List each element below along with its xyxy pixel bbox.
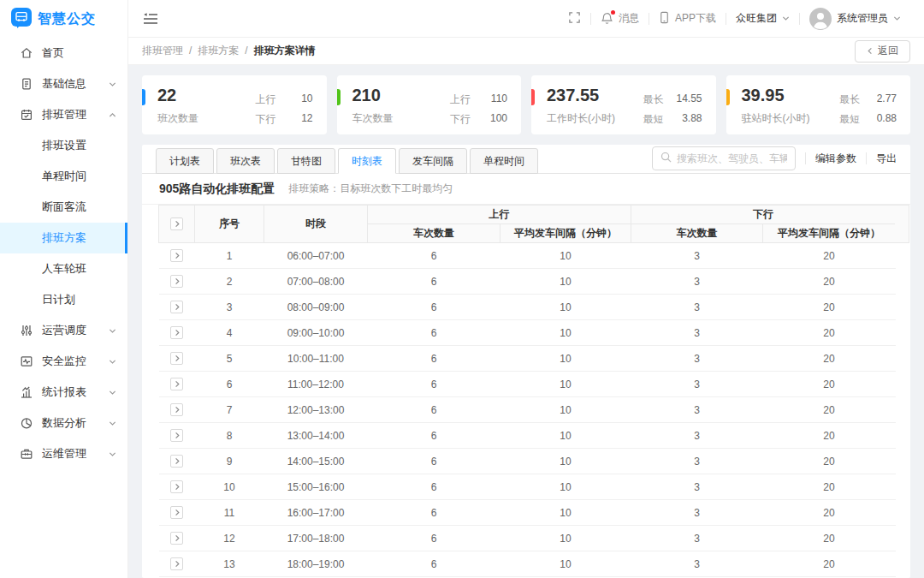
table-scrollbar-gutter[interactable] xyxy=(895,205,909,243)
chevron-down-icon xyxy=(109,80,116,88)
bar-chart-icon xyxy=(20,385,34,399)
row-expand-button[interactable] xyxy=(170,403,183,416)
stat-card-main: 22班次数量 xyxy=(157,85,198,134)
col-period: 时段 xyxy=(264,206,368,243)
cell-period: 09:00–10:00 xyxy=(264,320,368,346)
search-box[interactable] xyxy=(652,146,796,170)
main-area: 消息 APP下载 众旺集团 系统管理员 xyxy=(128,0,924,578)
cell-down-interval: 20 xyxy=(763,474,896,500)
sidebar-subitem-6[interactable]: 日计划 xyxy=(0,284,127,315)
tab-5[interactable]: 发车间隔 xyxy=(399,148,467,174)
cell-down-trips: 3 xyxy=(631,269,763,295)
sidebar-subitem-1[interactable]: 排班设置 xyxy=(0,130,127,161)
sidebar-item-8[interactable]: 运维管理 xyxy=(0,438,127,469)
sidebar-subitem-4[interactable]: 排班方案 xyxy=(0,223,127,253)
org-selector[interactable]: 众旺集团 xyxy=(726,11,799,26)
cell-down-trips: 3 xyxy=(631,346,763,372)
user-menu[interactable]: 系统管理员 xyxy=(800,8,910,30)
row-expand-button[interactable] xyxy=(170,480,183,493)
sidebar-item-6[interactable]: 统计报表 xyxy=(0,377,127,408)
edit-params-button[interactable]: 编辑参数 xyxy=(815,152,856,166)
strategy-label: 排班策略：目标班次数下工时最均匀 xyxy=(288,182,453,196)
metric-value: 12 xyxy=(289,112,313,127)
schedule-row-10: 1015:00–16:00610320 xyxy=(159,474,896,500)
row-expand-button[interactable] xyxy=(170,352,183,365)
schedule-row-13: 1318:00–19:00610320 xyxy=(159,551,896,577)
sidebar-subitem-2[interactable]: 单程时间 xyxy=(0,161,127,192)
metric-value: 3.88 xyxy=(676,112,702,127)
row-expand-button[interactable] xyxy=(170,532,183,545)
toolbar-divider xyxy=(866,152,867,164)
schedule-row-5: 510:00–11:00610320 xyxy=(159,346,896,372)
sidebar-item-2[interactable]: 基础信息 xyxy=(0,69,127,99)
cell-seq: 12 xyxy=(195,526,264,551)
row-expand-button[interactable] xyxy=(170,326,183,339)
cell-expand xyxy=(159,526,195,551)
stat-cards: 22班次数量上行10下行12210车次数量上行110下行100237.55工作时… xyxy=(142,75,910,134)
cell-period: 06:00–07:00 xyxy=(264,243,368,269)
breadcrumb-item-2[interactable]: 排班方案 xyxy=(198,45,239,57)
tab-3[interactable]: 甘特图 xyxy=(277,148,335,174)
cell-down-trips: 3 xyxy=(631,449,763,474)
sidebar-item-4[interactable]: 运营调度 xyxy=(0,315,127,346)
bell-icon xyxy=(601,12,613,25)
sidebar-item-label: 基础信息 xyxy=(42,76,86,92)
tab-6[interactable]: 单程时间 xyxy=(470,148,538,174)
stat-value: 39.95 xyxy=(742,85,810,106)
messages-button[interactable]: 消息 xyxy=(591,11,649,26)
row-expand-button[interactable] xyxy=(170,506,183,519)
stat-metrics: 最长2.77最短0.88 xyxy=(839,85,897,134)
tab-2[interactable]: 班次表 xyxy=(216,148,275,174)
fullscreen-button[interactable] xyxy=(559,11,590,27)
sidebar-item-1[interactable]: 首页 xyxy=(0,38,127,69)
row-expand-button[interactable] xyxy=(170,301,183,313)
col-seq: 序号 xyxy=(195,206,264,243)
sidebar-subitem-5[interactable]: 人车轮班 xyxy=(0,253,127,284)
schedule-row-1: 106:00–07:00610320 xyxy=(159,243,896,269)
back-button-label: 返回 xyxy=(878,44,898,58)
sidebar-subitem-3[interactable]: 断面客流 xyxy=(0,192,127,223)
fullscreen-icon xyxy=(568,11,581,27)
stat-value: 237.55 xyxy=(547,85,615,106)
sidebar-item-3[interactable]: 排班管理 xyxy=(0,99,127,130)
breadcrumb-item-1[interactable]: 排班管理 xyxy=(142,45,183,57)
row-expand-button[interactable] xyxy=(170,378,183,390)
cell-down-interval: 20 xyxy=(763,449,896,474)
app-title: 智慧公交 xyxy=(38,10,96,28)
row-expand-button[interactable] xyxy=(170,429,183,442)
cell-up-interval: 10 xyxy=(500,397,631,423)
app-logo: 智慧公交 xyxy=(0,0,127,38)
stat-card-4: 39.95驻站时长(小时)最长2.77最短0.88 xyxy=(726,75,911,134)
cell-up-interval: 10 xyxy=(500,320,631,346)
tabs: 计划表班次表甘特图时刻表发车间隔单程时间 xyxy=(156,148,541,173)
back-button[interactable]: 返回 xyxy=(855,40,910,63)
metric-value: 10 xyxy=(289,92,313,107)
chevron-left-icon xyxy=(867,47,874,55)
chevron-down-icon xyxy=(109,358,116,366)
app-download-button[interactable]: APP下载 xyxy=(649,11,726,27)
metric-value: 0.88 xyxy=(873,112,897,127)
cell-seq: 4 xyxy=(195,320,264,346)
cell-period: 12:00–13:00 xyxy=(264,397,368,423)
cell-up-trips: 6 xyxy=(368,551,500,577)
col-up-trips: 车次数量 xyxy=(368,224,500,243)
export-button[interactable]: 导出 xyxy=(876,152,897,166)
sidebar-item-5[interactable]: 安全监控 xyxy=(0,346,127,377)
tab-1[interactable]: 计划表 xyxy=(156,148,214,174)
search-input[interactable] xyxy=(677,152,787,164)
row-expand-button[interactable] xyxy=(170,455,183,468)
notification-badge xyxy=(611,10,615,15)
menu-fold-icon[interactable] xyxy=(143,12,158,26)
content-area: 22班次数量上行10下行12210车次数量上行110下行100237.55工作时… xyxy=(128,65,924,578)
row-expand-button[interactable] xyxy=(170,557,183,570)
pie-chart-icon xyxy=(20,416,34,430)
row-expand-button[interactable] xyxy=(170,275,183,288)
tab-4[interactable]: 时刻表 xyxy=(338,148,396,174)
row-expand-button[interactable] xyxy=(170,249,183,262)
cell-up-trips: 6 xyxy=(368,295,500,320)
cell-seq: 6 xyxy=(195,372,264,397)
expand-all-button[interactable] xyxy=(170,217,183,230)
cell-seq: 5 xyxy=(195,346,264,372)
sidebar-item-7[interactable]: 数据分析 xyxy=(0,408,127,438)
cell-expand xyxy=(159,372,195,397)
